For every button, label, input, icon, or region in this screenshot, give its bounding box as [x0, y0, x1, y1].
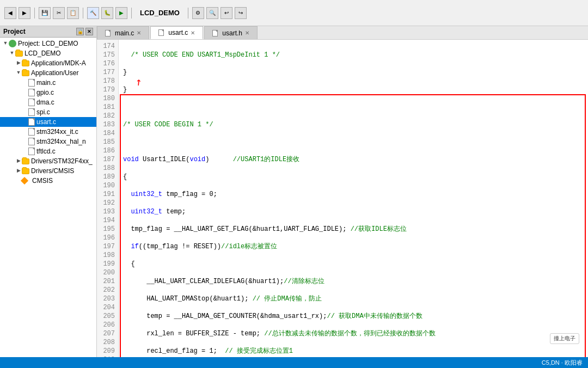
- ln-187: 187: [97, 155, 118, 164]
- tree-arrow-drivers-stm32: ▶: [15, 158, 22, 164]
- tree-folder-lcd-demo: [15, 51, 23, 57]
- toolbar-btn-fwd[interactable]: ▶: [19, 7, 30, 19]
- toolbar-btn-build[interactable]: 🔨: [87, 7, 99, 19]
- sidebar-close-icon[interactable]: ✕: [85, 28, 93, 35]
- cl191-cm: // 接受完成标志位置1: [225, 347, 293, 355]
- tree-file-stm32-it: [28, 128, 35, 136]
- tree-item-drivers-cmsis[interactable]: ▶ Drivers/CMSIS: [0, 166, 96, 176]
- toolbar-btn-run[interactable]: ▶: [115, 7, 127, 19]
- cl176: }: [123, 85, 127, 94]
- tree-item-gpio-c[interactable]: gpio.c: [0, 88, 96, 97]
- tree-arrow-stm32-hal: [22, 138, 28, 145]
- tree-item-cmsis[interactable]: CMSIS: [0, 176, 96, 186]
- cl185-cm: //idle标志被置位: [221, 242, 277, 251]
- toolbar-sep-2: [83, 8, 83, 19]
- ln-207: 207: [97, 329, 118, 338]
- code-line-188: HAL_UART_DMAStop(&huart1); // 停止DMA传输，防止: [123, 295, 584, 303]
- tab-icon-usart-c: [158, 29, 164, 36]
- ln-180: 180: [97, 94, 118, 103]
- toolbar-btn-save[interactable]: 💾: [39, 7, 51, 19]
- toolbar-btn-cut[interactable]: ✂: [53, 7, 65, 19]
- editor-area: main.c ✕ usart.c ✕ usart.h ✕ 174 175: [97, 26, 588, 357]
- tree-label-spi-c: spi.c: [36, 108, 50, 116]
- toolbar-btn-undo[interactable]: ↩: [220, 7, 232, 19]
- tree-item-usart-c[interactable]: usart.c: [0, 117, 96, 127]
- code-line-184: tmp_flag = __HAL_UART_GET_FLAG(&huart1,U…: [123, 225, 584, 234]
- tree-item-user[interactable]: ▼ Application/User: [0, 68, 96, 78]
- sidebar-lock-icon[interactable]: 🔒: [76, 28, 84, 35]
- ln-192: 192: [97, 199, 118, 207]
- tab-close-usart-c[interactable]: ✕: [191, 30, 195, 36]
- tree-label-drivers-stm32: Drivers/STM32F4xx_: [31, 157, 93, 165]
- tab-main-c[interactable]: main.c ✕: [97, 26, 149, 39]
- tree-item-dma-c[interactable]: dma.c: [0, 97, 96, 107]
- cl180-rest: ): [205, 155, 232, 164]
- cl185: if((tmp_flag != RESET)): [123, 242, 221, 251]
- tree-item-tftlcd[interactable]: tftlcd.c: [0, 146, 96, 156]
- cl184: tmp_flag = __HAL_UART_GET_FLAG(&huart1,U…: [123, 225, 351, 234]
- code-line-177: [123, 103, 584, 112]
- tree-item-main-c[interactable]: main.c: [0, 78, 96, 88]
- toolbar-btn-settings[interactable]: ⚙: [192, 7, 204, 19]
- tree-arrow-lcd-demo: ▼: [9, 50, 15, 57]
- tree-label-user: Application/User: [31, 69, 78, 77]
- tree-folder-drivers-stm32: [22, 158, 29, 164]
- tree-arrow-usart-c: [22, 119, 28, 125]
- cl180-kw: void: [123, 155, 143, 164]
- code-line-178: /* USER CODE BEGIN 1 */: [123, 120, 584, 129]
- code-line-190: rxl_len = BUFFER_SIZE - temp; //总计数减去未传输…: [123, 329, 584, 338]
- tab-usart-c[interactable]: usart.c ✕: [150, 26, 203, 39]
- ln-188: 188: [97, 164, 118, 173]
- code-editor[interactable]: 174 175 176 177 178 179 180 181 182 183 …: [97, 40, 588, 357]
- ln-175: 175: [97, 51, 118, 59]
- line-numbers: 174 175 176 177 178 179 180 181 182 183 …: [97, 40, 119, 357]
- tab-usart-h[interactable]: usart.h ✕: [204, 26, 258, 39]
- ln-181: 181: [97, 103, 118, 112]
- ln-184: 184: [97, 129, 118, 138]
- toolbar-btn-redo[interactable]: ↪: [235, 7, 247, 19]
- toolbar: ◀ ▶ 💾 ✂ 📋 🔨 🐛 ▶ LCD_DEMO ⚙ 🔍 ↩ ↪: [0, 0, 588, 26]
- tab-close-main-c[interactable]: ✕: [137, 30, 141, 36]
- cl187-cm: //清除标志位: [284, 277, 324, 286]
- code-line-175: }: [123, 68, 584, 77]
- tree-item-drivers-stm32[interactable]: ▶ Drivers/STM32F4xx_: [0, 156, 96, 166]
- ln-191: 191: [97, 190, 118, 199]
- tab-label-main-c: main.c: [115, 29, 134, 37]
- tree-item-stm32-hal[interactable]: stm32f4xx_hal_n: [0, 137, 96, 146]
- ln-189: 189: [97, 173, 118, 181]
- tab-close-usart-h[interactable]: ✕: [245, 30, 249, 36]
- cl178: /* USER CODE BEGIN 1 */: [123, 120, 213, 129]
- toolbar-btn-back[interactable]: ◀: [4, 7, 16, 19]
- tree-arrow-mdk: ▶: [15, 60, 22, 66]
- cl180-fn: Usart1_IDLE(: [143, 155, 189, 164]
- ln-174: 174: [97, 42, 118, 51]
- tree-item-mdk[interactable]: ▶ Application/MDK-A: [0, 58, 96, 68]
- ln-194: 194: [97, 216, 118, 225]
- ln-202: 202: [97, 286, 118, 295]
- tree-item-project[interactable]: ▼ Project: LCD_DEMO: [0, 39, 96, 48]
- tree-arrow-tftlcd: [22, 148, 28, 155]
- cl182: uint32_t tmp_flag = 0;: [123, 190, 217, 199]
- tree-label-gpio-c: gpio.c: [36, 89, 54, 96]
- toolbar-btn-search[interactable]: 🔍: [206, 7, 218, 19]
- code-container: 174 175 176 177 178 179 180 181 182 183 …: [97, 40, 588, 357]
- tree-item-spi-c[interactable]: spi.c: [0, 107, 96, 117]
- ln-196: 196: [97, 234, 118, 242]
- ln-195: 195: [97, 225, 118, 234]
- ln-200: 200: [97, 268, 118, 277]
- tree-file-main-c: [28, 79, 35, 87]
- code-line-183: uint32_t temp;: [123, 207, 584, 216]
- tree-file-dma-c: [28, 99, 35, 106]
- code-line-189: temp = __HAL_DMA_GET_COUNTER(&hdma_usart…: [123, 312, 584, 321]
- cl190: rxl_len = BUFFER_SIZE - temp;: [123, 329, 264, 338]
- cl181: {: [123, 173, 127, 181]
- toolbar-sep-1: [34, 8, 35, 19]
- toolbar-btn-debug[interactable]: 🐛: [101, 7, 113, 19]
- tree-item-stm32-it[interactable]: stm32f4xx_it.c: [0, 127, 96, 137]
- tree-item-lcd-demo[interactable]: ▼ LCD_DEMO: [0, 48, 96, 58]
- ln-178: 178: [97, 77, 118, 85]
- project-root-icon: [9, 40, 16, 47]
- main-area: Project 🔒 ✕ ▼ Project: LCD_DEMO ▼ L: [0, 26, 588, 357]
- toolbar-btn-copy[interactable]: 📋: [67, 7, 79, 19]
- tree-label-cmsis: CMSIS: [32, 177, 53, 185]
